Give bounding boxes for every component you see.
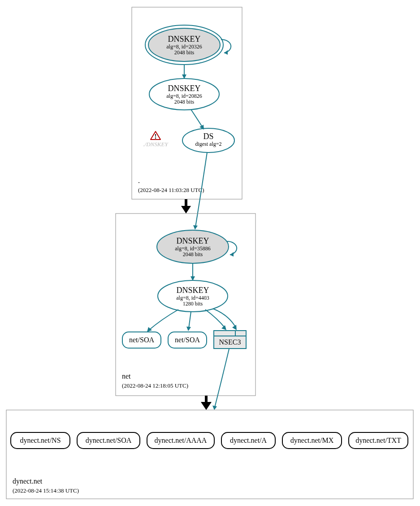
dynect-aaaa-node: dynect.net/AAAA xyxy=(147,432,214,449)
svg-text:dynect.net/NS: dynect.net/NS xyxy=(20,436,61,445)
net-zsk-node: DNSKEY alg=8, id=4403 1280 bits xyxy=(158,280,228,312)
svg-text:net/SOA: net/SOA xyxy=(175,336,200,344)
net-soa1-node: net/SOA xyxy=(122,332,161,348)
svg-marker-11 xyxy=(193,225,198,230)
root-ksk-bits: 2048 bits xyxy=(174,49,195,56)
root-ds-title: DS xyxy=(203,132,213,141)
zone-dynect-time: (2022-08-24 15:14:38 UTC) xyxy=(13,487,79,494)
dynect-txt-node: dynect.net/TXT xyxy=(349,432,408,449)
root-ksk-title: DNSKEY xyxy=(168,35,200,44)
svg-text:net/SOA: net/SOA xyxy=(129,336,154,344)
root-zsk-node: DNSKEY alg=8, id=20826 2048 bits xyxy=(149,79,219,110)
svg-marker-29 xyxy=(212,406,217,410)
root-ds-alg: digest alg=2 xyxy=(195,141,221,147)
edge-root-zsk-ds xyxy=(191,109,203,127)
edge-net-zsk-nsec3-a xyxy=(205,310,225,328)
net-ksk-bits: 2048 bits xyxy=(183,251,203,257)
zone-root-time: (2022-08-24 11:03:28 UTC) xyxy=(138,187,204,193)
dynect-ns-node: dynect.net/NS xyxy=(11,432,70,449)
edge-net-zsk-soa1 xyxy=(149,310,178,330)
zone-root-label: . xyxy=(138,177,140,184)
root-ksk-node: DNSKEY alg=8, id=20326 2048 bits xyxy=(145,25,223,65)
net-ksk-alg: alg=8, id=35886 xyxy=(175,245,211,252)
zone-dynect: dynect.net (2022-08-24 15:14:38 UTC) dyn… xyxy=(6,410,413,499)
net-ksk-node: DNSKEY alg=8, id=35886 2048 bits xyxy=(157,230,229,263)
svg-text:dynect.net/AAAA: dynect.net/AAAA xyxy=(155,436,207,445)
zone-dynect-label: dynect.net xyxy=(13,477,43,485)
edge-net-zsk-soa2 xyxy=(189,312,191,328)
dynect-soa-node: dynect.net/SOA xyxy=(77,432,140,449)
net-nsec3-label: NSEC3 xyxy=(219,338,241,346)
net-nsec3-node: NSEC3 xyxy=(214,331,246,349)
net-ksk-title: DNSKEY xyxy=(176,236,209,245)
warning-label: ./DNSKEY xyxy=(143,141,169,148)
edge-net-zsk-nsec3-b xyxy=(213,309,236,327)
svg-text:dynect.net/A: dynect.net/A xyxy=(230,436,267,445)
net-soa2-node: net/SOA xyxy=(168,332,207,348)
net-zsk-alg: alg=8, id=4403 xyxy=(176,295,209,301)
svg-text:dynect.net/MX: dynect.net/MX xyxy=(290,436,334,445)
dynect-a-node: dynect.net/A xyxy=(221,432,275,449)
svg-marker-28 xyxy=(201,402,212,410)
root-ds-node: DS digest alg=2 xyxy=(182,128,234,153)
root-ksk-alg: alg=8, id=20326 xyxy=(166,44,202,50)
net-zsk-bits: 1280 bits xyxy=(183,301,203,307)
zone-net-time: (2022-08-24 12:18:05 UTC) xyxy=(122,382,188,389)
root-zsk-alg: alg=8, id=20826 xyxy=(166,93,202,99)
dynect-mx-node: dynect.net/MX xyxy=(282,432,342,449)
svg-text:!: ! xyxy=(155,133,157,140)
zone-net: net (2022-08-24 12:18:05 UTC) DNSKEY alg… xyxy=(116,214,255,396)
root-zsk-bits: 2048 bits xyxy=(174,99,195,105)
svg-text:dynect.net/TXT: dynect.net/TXT xyxy=(355,436,401,445)
zone-root: . (2022-08-24 11:03:28 UTC) DNSKEY alg=8… xyxy=(132,7,242,199)
dnssec-graph: . (2022-08-24 11:03:28 UTC) DNSKEY alg=8… xyxy=(0,0,420,506)
edge-nsec3-to-dynect xyxy=(215,349,229,407)
root-zsk-title: DNSKEY xyxy=(168,84,200,93)
svg-text:dynect.net/SOA: dynect.net/SOA xyxy=(86,436,132,445)
svg-marker-25 xyxy=(186,327,191,331)
svg-marker-10 xyxy=(181,206,191,214)
zone-net-label: net xyxy=(122,372,131,380)
svg-rect-30 xyxy=(6,410,413,499)
warning-icon: ! ./DNSKEY xyxy=(143,131,169,148)
net-zsk-title: DNSKEY xyxy=(176,286,209,295)
